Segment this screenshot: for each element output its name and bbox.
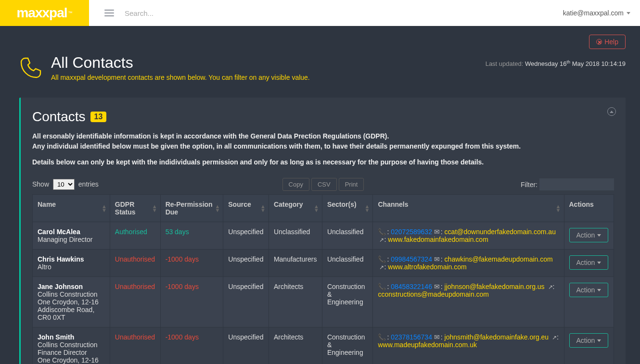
cell-source: Unspecified xyxy=(223,250,269,277)
col-actions: Actions xyxy=(564,195,614,222)
caret-down-icon xyxy=(597,262,601,264)
cell-gdpr: Unauthorised xyxy=(110,277,160,327)
phone-icon: 📞 xyxy=(378,333,386,341)
phone-link[interactable]: 02072589632 xyxy=(391,228,432,236)
phone-icon: 📞 xyxy=(378,283,386,290)
cell-channels: 📞: 08458322146 ✉: jjohnson@fakefakedomai… xyxy=(373,277,564,327)
mail-icon: ✉ xyxy=(434,333,440,341)
logo-text: maxxpal xyxy=(16,5,67,21)
cell-sector: Construction & Engineering xyxy=(322,327,373,364)
cell-category: Architects xyxy=(269,277,322,327)
cell-gdpr: Authorised xyxy=(110,222,160,250)
phone-icon xyxy=(19,56,42,79)
sort-icon: ▲▼ xyxy=(314,204,319,212)
action-button[interactable]: Action xyxy=(569,228,609,242)
cell-source: Unspecified xyxy=(223,222,269,250)
print-button[interactable]: Print xyxy=(339,178,364,191)
external-link-icon[interactable]: ↗ xyxy=(379,264,384,271)
email-link[interactable]: jjohnson@fakefakedomain.org.us xyxy=(445,283,545,290)
web-link[interactable]: www.altrofakedomain.com xyxy=(388,263,466,271)
phone-icon: 📞 xyxy=(378,228,386,236)
mail-icon: ✉ xyxy=(434,228,440,236)
page-size-select[interactable]: 10 xyxy=(53,179,75,190)
help-button[interactable]: Help xyxy=(589,35,626,49)
cell-due: 53 days xyxy=(160,222,223,250)
mail-icon: ✉ xyxy=(434,283,440,290)
cell-due: -1000 days xyxy=(160,277,223,327)
cell-channels: 📞: 02378156734 ✉: johnsmith@fakedomainfa… xyxy=(373,327,564,364)
copy-button[interactable]: Copy xyxy=(282,178,309,191)
col-gdpr[interactable]: GDPR Status▲▼ xyxy=(110,195,160,222)
show-entries: Show 10 entries xyxy=(32,179,99,190)
cell-name: Jane JohnsonCollins ConstructionOne Croy… xyxy=(33,277,110,327)
phone-icon: 📞 xyxy=(378,255,386,263)
web-link[interactable]: www.fakedomainfakedomain.com xyxy=(388,236,488,243)
sort-icon: ▲▼ xyxy=(215,204,220,212)
action-button[interactable]: Action xyxy=(569,255,609,270)
web-link[interactable]: www.madeupfakedomain.com.uk xyxy=(378,341,476,349)
count-badge: 13 xyxy=(90,112,107,122)
user-email: katie@maxxpal.com xyxy=(563,9,624,17)
table-row: Carol McAleaManaging Director Authorised… xyxy=(33,222,614,250)
search-input[interactable] xyxy=(125,9,269,17)
table-controls: Show 10 entries Copy CSV Print Filter: xyxy=(32,178,614,190)
cell-channels: 📞: 09984567324 ✉: chawkins@fakemadeupdom… xyxy=(373,250,564,277)
hamburger-icon[interactable] xyxy=(104,8,114,18)
sort-icon: ▲▼ xyxy=(152,204,157,212)
col-due[interactable]: Re-Permission Due▲▼ xyxy=(160,195,223,222)
cell-category: Unclassified xyxy=(269,222,322,250)
top-bar: maxxpal™ katie@maxxpal.com xyxy=(0,0,640,26)
action-button[interactable]: Action xyxy=(569,333,609,348)
email-link[interactable]: johnsmith@fakedomainfake.org.eu xyxy=(445,333,549,341)
col-sector[interactable]: Sector(s)▲▼ xyxy=(322,195,373,222)
contacts-table: Name▲▼ GDPR Status▲▼ Re-Permission Due▲▼… xyxy=(32,194,614,364)
cell-channels: 📞: 02072589632 ✉: ccat@downunderfakedoma… xyxy=(373,222,564,250)
table-row: Chris HawkinsAltro Unauthorised -1000 da… xyxy=(33,250,614,277)
filter-input[interactable] xyxy=(539,178,614,190)
phone-link[interactable]: 02378156734 xyxy=(391,333,432,341)
sort-icon: ▲▼ xyxy=(260,204,266,212)
sort-icon: ▲▼ xyxy=(556,204,561,212)
contacts-panel: Contacts 13 All ersonably identifiable i… xyxy=(19,98,626,364)
csv-button[interactable]: CSV xyxy=(311,178,337,191)
email-link[interactable]: ccat@downunderfakedomain.com.au xyxy=(445,228,556,236)
phone-link[interactable]: 09984567324 xyxy=(391,255,432,263)
cell-actions: Action xyxy=(564,327,614,364)
gdpr-notice-2: Details below can only be kept with the … xyxy=(32,158,614,166)
cell-name: Chris HawkinsAltro xyxy=(33,250,110,277)
external-link-icon[interactable]: ↗ xyxy=(552,334,557,341)
caret-down-icon xyxy=(597,289,601,291)
cell-gdpr: Unauthorised xyxy=(110,250,160,277)
cell-sector: Unclassified xyxy=(322,250,373,277)
collapse-icon[interactable] xyxy=(607,107,616,116)
caret-down-icon xyxy=(597,234,601,237)
caret-down-icon xyxy=(597,339,601,342)
user-menu[interactable]: katie@maxxpal.com xyxy=(563,9,630,17)
col-category[interactable]: Category▲▼ xyxy=(269,195,322,222)
table-row: Jane JohnsonCollins ConstructionOne Croy… xyxy=(33,277,614,327)
cell-due: -1000 days xyxy=(160,250,223,277)
col-channels[interactable]: Channels▲▼ xyxy=(373,195,564,222)
page-title: All Contacts xyxy=(51,54,310,72)
sort-icon: ▲▼ xyxy=(102,204,107,212)
mail-icon: ✉ xyxy=(434,255,440,263)
web-link[interactable]: cconstructions@madeupdomain.com xyxy=(378,290,489,298)
page-header: All Contacts All maxxpal development con… xyxy=(19,54,626,81)
cell-source: Unspecified xyxy=(223,327,269,364)
col-source[interactable]: Source▲▼ xyxy=(223,195,269,222)
help-label: Help xyxy=(604,38,618,46)
caret-down-icon xyxy=(627,12,630,14)
cell-sector: Construction & Engineering xyxy=(322,277,373,327)
cell-name: Carol McAleaManaging Director xyxy=(33,222,110,250)
col-name[interactable]: Name▲▼ xyxy=(33,195,110,222)
table-row: John SmithCollins ConstructionFinance Di… xyxy=(33,327,614,364)
external-link-icon[interactable]: ↗ xyxy=(379,237,384,243)
last-updated: Last updated: Wednesday 16th May 2018 10… xyxy=(486,60,626,67)
email-link[interactable]: chawkins@fakemadeupdomain.com xyxy=(445,255,553,263)
cell-actions: Action xyxy=(564,250,614,277)
cell-actions: Action xyxy=(564,222,614,250)
external-link-icon[interactable]: ↗ xyxy=(548,284,553,290)
logo[interactable]: maxxpal™ xyxy=(0,0,89,26)
phone-link[interactable]: 08458322146 xyxy=(391,283,432,290)
action-button[interactable]: Action xyxy=(569,283,609,297)
